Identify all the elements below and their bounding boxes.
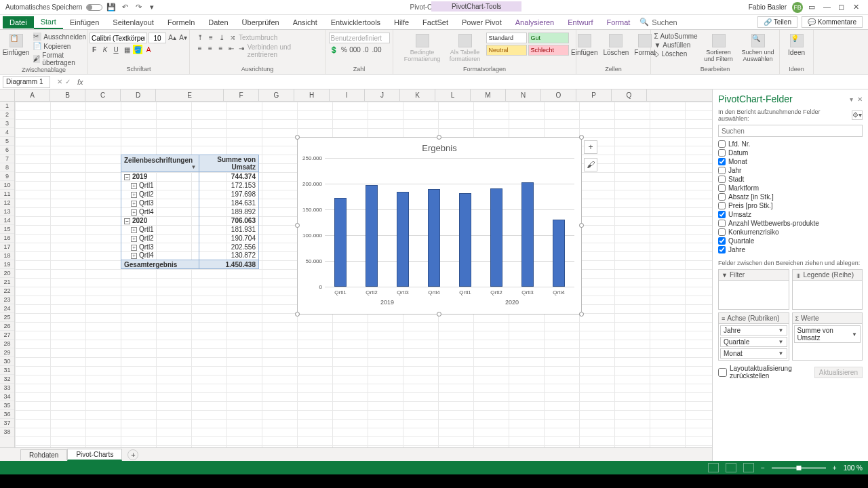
tab-factset[interactable]: FactSet — [416, 16, 455, 28]
field-checkbox[interactable] — [718, 228, 726, 236]
field-checkbox[interactable] — [718, 140, 726, 148]
field-item[interactable]: Quartale — [718, 237, 863, 245]
style-schlecht[interactable]: Schlecht — [528, 45, 569, 56]
value-item[interactable]: Summe von Umsatz▼ — [794, 325, 861, 343]
tab-help[interactable]: Hilfe — [387, 16, 416, 28]
user-avatar[interactable]: FB — [792, 2, 803, 13]
pivot-chart[interactable]: + 🖌 Ergebnis 050.000100.000150.000200.00… — [297, 137, 582, 314]
field-checkbox[interactable] — [718, 220, 726, 227]
zoom-slider[interactable] — [772, 467, 826, 469]
chart-bar[interactable] — [397, 192, 409, 287]
font-size-select[interactable] — [149, 33, 166, 43]
column-header[interactable]: I — [330, 89, 365, 101]
chart-bar[interactable] — [428, 189, 440, 287]
row-header[interactable]: 12 — [0, 199, 14, 207]
undo-icon[interactable]: ↶ — [120, 3, 130, 12]
field-item[interactable]: Lfd. Nr. — [718, 140, 863, 148]
zoom-out-icon[interactable]: − — [761, 464, 765, 472]
row-header[interactable]: 3 — [0, 119, 14, 128]
fx-icon[interactable]: fx — [75, 78, 86, 86]
chart-title[interactable]: Ergebnis — [298, 138, 581, 156]
paste-button[interactable]: 📋Einfügen — [1, 33, 31, 58]
field-checkbox[interactable] — [718, 184, 726, 192]
field-item[interactable]: Datum — [718, 148, 863, 157]
field-item[interactable]: Monat — [718, 157, 863, 166]
field-item[interactable]: Jahre — [718, 245, 863, 254]
delete-cells-button[interactable]: Löschen — [602, 33, 631, 58]
chart-bar[interactable] — [334, 198, 347, 287]
expand-icon[interactable]: + — [131, 245, 137, 251]
row-header[interactable]: 5 — [0, 137, 14, 146]
expand-icon[interactable]: + — [131, 236, 137, 242]
field-checkbox[interactable] — [718, 158, 726, 165]
field-item[interactable]: Stadt — [718, 175, 863, 184]
fill-button[interactable]: ▼Ausfüllen — [654, 41, 697, 49]
copy-button[interactable]: 📄Kopieren — [33, 42, 86, 50]
field-checkbox[interactable] — [718, 237, 726, 245]
sort-filter-button[interactable]: Sortieren und Filtern — [701, 33, 737, 64]
expand-icon[interactable]: + — [131, 209, 137, 216]
border-button[interactable]: ▦ — [122, 45, 132, 54]
tab-data[interactable]: Daten — [201, 16, 235, 28]
sheet-tab-rohdaten[interactable]: Rohdaten — [20, 449, 67, 460]
close-icon[interactable]: ✕ — [853, 3, 863, 12]
qat-dropdown-icon[interactable]: ▾ — [147, 3, 157, 12]
column-header[interactable]: C — [85, 89, 121, 101]
chart-bar[interactable] — [521, 182, 534, 287]
sheet-tab-pivot-charts[interactable]: Pivot-Charts — [67, 449, 122, 461]
ideas-button[interactable]: 💡Ideen — [787, 33, 806, 58]
tab-analyze[interactable]: Analysieren — [509, 16, 561, 28]
defer-layout-checkbox[interactable] — [718, 368, 727, 377]
tab-view[interactable]: Ansicht — [286, 16, 324, 28]
row-header[interactable]: 1 — [0, 102, 14, 110]
row-header[interactable]: 35 — [0, 401, 14, 410]
underline-button[interactable]: U — [111, 45, 121, 54]
field-search-input[interactable] — [718, 125, 863, 137]
drop-area-filter[interactable]: ▼Filter — [718, 269, 789, 310]
row-header[interactable]: 13 — [0, 207, 14, 216]
column-header[interactable]: K — [400, 89, 435, 101]
row-header[interactable]: 37 — [0, 419, 14, 428]
row-header[interactable]: 24 — [0, 304, 14, 313]
format-painter-button[interactable]: 🖌Format übertragen — [33, 52, 86, 66]
column-header[interactable]: A — [15, 89, 50, 101]
field-checkbox[interactable] — [718, 246, 726, 253]
drop-area-axis[interactable]: ≡Achse (Rubriken) Jahre▼Quartale▼Monat▼ — [718, 312, 789, 361]
zoom-in-icon[interactable]: + — [833, 464, 837, 472]
bold-button[interactable]: F — [90, 45, 99, 54]
pivot-table[interactable]: Zeilenbeschriftungen▼Summe von Umsatz −2… — [121, 155, 259, 269]
row-header[interactable]: 25 — [0, 313, 14, 322]
field-checkbox[interactable] — [718, 149, 726, 157]
axis-item[interactable]: Monat▼ — [720, 348, 787, 359]
field-item[interactable]: Jahr — [718, 166, 863, 175]
chart-bar[interactable] — [459, 193, 471, 287]
chart-plus-icon[interactable]: + — [584, 140, 597, 154]
column-header[interactable]: E — [156, 89, 224, 101]
search-label[interactable]: Suchen — [652, 18, 677, 26]
expand-icon[interactable]: + — [131, 227, 137, 233]
column-header[interactable]: P — [576, 89, 612, 101]
expand-icon[interactable]: + — [131, 192, 137, 198]
field-item[interactable]: Konkurrenzrisiko — [718, 228, 863, 237]
expand-icon[interactable]: + — [131, 201, 137, 207]
row-header[interactable]: 11 — [0, 190, 14, 199]
expand-icon[interactable]: + — [131, 183, 137, 189]
row-header[interactable]: 38 — [0, 428, 14, 436]
view-pagebreak-icon[interactable] — [743, 463, 754, 472]
tab-file[interactable]: Datei — [3, 16, 34, 28]
chart-bar[interactable] — [490, 188, 502, 287]
expand-icon[interactable]: + — [131, 253, 137, 259]
field-item[interactable]: Marktform — [718, 184, 863, 192]
pane-close-icon[interactable]: ✕ — [857, 96, 863, 103]
redo-icon[interactable]: ↷ — [134, 3, 143, 12]
chevron-down-icon[interactable]: ▼ — [191, 164, 197, 170]
field-checkbox[interactable] — [718, 211, 726, 218]
style-neutral[interactable]: Neutral — [486, 45, 527, 56]
row-header[interactable]: 32 — [0, 375, 14, 384]
field-checkbox[interactable] — [718, 202, 726, 209]
tab-start[interactable]: Start — [34, 16, 63, 29]
grow-font-icon[interactable]: A▴ — [167, 33, 177, 42]
shrink-font-icon[interactable]: A▾ — [178, 33, 188, 42]
column-header[interactable]: J — [365, 89, 400, 101]
tab-formulas[interactable]: Formeln — [161, 16, 201, 28]
